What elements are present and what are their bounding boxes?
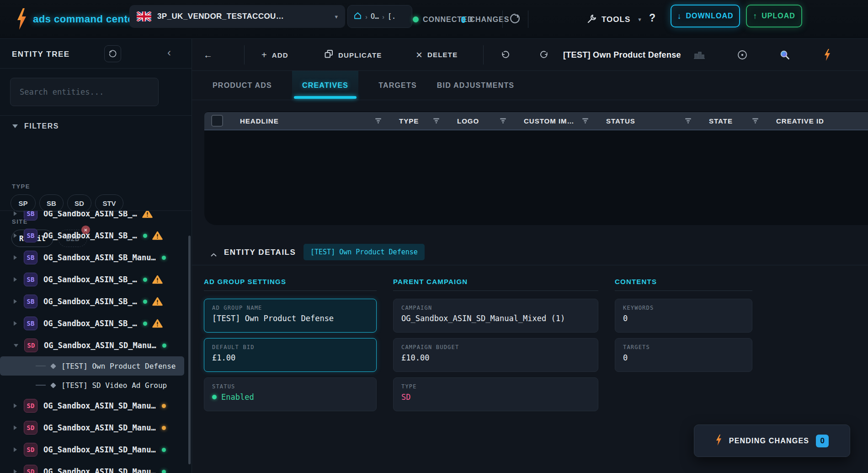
tree-row-campaign[interactable]: SB OG_Sandbox_ASIN_SB_… bbox=[0, 290, 192, 312]
plus-icon: + bbox=[261, 49, 267, 60]
help-button[interactable]: ? bbox=[649, 12, 655, 24]
filter-icon[interactable] bbox=[582, 118, 589, 124]
tab-bid-adjustments[interactable]: BID ADJUSTMENTS bbox=[437, 71, 514, 100]
campaign-type-badge: SB bbox=[24, 317, 37, 330]
field-value: [TEST] Own Product Defense bbox=[212, 314, 368, 323]
sidebar-collapse-icon[interactable]: ‹ bbox=[167, 46, 171, 59]
home-icon[interactable] bbox=[353, 11, 362, 22]
caret-right-icon[interactable] bbox=[14, 447, 17, 452]
filter-chip-stv[interactable]: STV bbox=[95, 194, 123, 212]
filters-header[interactable]: FILTERS bbox=[12, 122, 59, 130]
add-button[interactable]: + ADD bbox=[261, 49, 288, 60]
upload-button[interactable]: ↑ UPLOAD bbox=[746, 5, 802, 27]
caret-right-icon[interactable] bbox=[14, 277, 17, 282]
breadcrumb-item[interactable]: [. bbox=[388, 12, 396, 21]
filter-chip-sp[interactable]: SP bbox=[11, 194, 36, 212]
enabled-dot-icon bbox=[162, 470, 166, 473]
column-header: TYPE bbox=[399, 117, 419, 125]
keywords-field[interactable]: KEYWORDS 0 bbox=[615, 299, 752, 333]
field-label: TYPE bbox=[401, 383, 590, 390]
tree-row-campaign[interactable]: SD OG_Sandbox_ASIN_SD_Manu… bbox=[0, 461, 192, 473]
pending-changes-pill[interactable]: PENDING CHANGES 0 bbox=[694, 425, 850, 457]
paused-dot-icon bbox=[162, 404, 166, 408]
caret-right-icon[interactable] bbox=[14, 425, 17, 430]
filter-icon[interactable] bbox=[433, 118, 440, 124]
collapse-chevron-icon[interactable] bbox=[210, 251, 217, 259]
chevron-right-icon: › bbox=[382, 13, 384, 21]
caret-right-icon[interactable] bbox=[14, 403, 17, 408]
status-field[interactable]: STATUS Enabled bbox=[204, 377, 377, 411]
download-button[interactable]: ↓ DOWNLOAD bbox=[671, 5, 740, 27]
tree-row-campaign[interactable]: SD OG_Sandbox_ASIN_SD_Manu… bbox=[0, 439, 192, 461]
portfolio-icon[interactable] bbox=[694, 50, 705, 59]
search-entity-icon[interactable] bbox=[779, 49, 790, 60]
caret-right-icon[interactable] bbox=[14, 469, 17, 473]
tree-row-campaign[interactable]: SB OG_Sandbox_ASIN_SB_… bbox=[0, 225, 192, 247]
ad-group-name-field[interactable]: AD GROUP NAME [TEST] Own Product Defense bbox=[204, 299, 377, 333]
top-bar: ads command center 3P_UK_VENDOR_TESTACCO… bbox=[0, 0, 868, 39]
filter-chip-sd[interactable]: SD bbox=[67, 194, 91, 212]
divider bbox=[483, 45, 484, 64]
default-bid-field[interactable]: DEFAULT BID £1.00 bbox=[204, 338, 377, 372]
campaign-type-badge: SD bbox=[24, 443, 37, 457]
caret-down-icon[interactable] bbox=[14, 344, 18, 347]
target-icon[interactable] bbox=[737, 49, 748, 60]
tree-reset-button[interactable] bbox=[104, 45, 121, 62]
creatives-table: HEADLINE TYPE LOGO CUSTOM IM… STATUS STA… bbox=[204, 111, 868, 225]
undo-button[interactable] bbox=[499, 50, 509, 59]
filter-icon[interactable] bbox=[752, 118, 759, 124]
enabled-dot-icon bbox=[162, 448, 166, 452]
field-label: CAMPAIGN BUDGET bbox=[401, 344, 590, 350]
tools-menu[interactable]: TOOLS ▾ bbox=[586, 0, 641, 39]
duplicate-button[interactable]: DUPLICATE bbox=[325, 49, 382, 60]
redo-icon bbox=[540, 50, 550, 59]
tree-row-label: OG_Sandbox_ASIN_SD_Manu… bbox=[43, 401, 156, 410]
redo-button[interactable] bbox=[540, 50, 550, 59]
tree-row-campaign[interactable]: SD OG_Sandbox_ASIN_SD_Manu… bbox=[0, 395, 192, 417]
delete-button[interactable]: × DELETE bbox=[416, 48, 458, 61]
tab-product-ads[interactable]: PRODUCT ADS bbox=[213, 71, 272, 100]
tree-row-adgroup-selected[interactable]: [TEST] Own Product Defense bbox=[0, 356, 184, 376]
tree-row-label: OG_Sandbox_ASIN_SB_… bbox=[43, 319, 137, 328]
select-all-checkbox[interactable] bbox=[211, 115, 223, 127]
refresh-icon[interactable] bbox=[507, 12, 520, 27]
sidebar-scrollbar[interactable] bbox=[188, 236, 191, 464]
targets-field[interactable]: TARGETS 0 bbox=[615, 338, 752, 372]
back-button[interactable]: ← bbox=[203, 49, 213, 60]
tree-row-campaign-expanded[interactable]: SD OG_Sandbox_ASIN_SD_Manu… bbox=[0, 334, 192, 356]
tree-row-campaign[interactable]: SB OG_Sandbox_ASIN_SB_Manu… bbox=[0, 247, 192, 269]
column-header: LOGO bbox=[457, 117, 479, 125]
tree-row-campaign[interactable]: SB OG_Sandbox_ASIN_SB_… bbox=[0, 312, 192, 334]
caret-right-icon[interactable] bbox=[14, 255, 17, 260]
breadcrumb-item[interactable]: O… bbox=[371, 12, 379, 21]
campaign-budget-field[interactable]: CAMPAIGN BUDGET £10.00 bbox=[393, 338, 598, 372]
tab-creatives[interactable]: CREATIVES bbox=[292, 71, 358, 100]
caret-right-icon[interactable] bbox=[14, 211, 17, 216]
breadcrumb[interactable]: › O… › [. bbox=[347, 5, 412, 28]
search-input[interactable] bbox=[10, 78, 159, 106]
bolt-icon[interactable] bbox=[824, 48, 831, 61]
filter-chip-sb[interactable]: SB bbox=[39, 194, 64, 212]
tree-row-campaign[interactable]: SB OG_Sandbox_ASIN_SB_… bbox=[0, 211, 192, 225]
tree-row-adgroup[interactable]: [TEST] SD Video Ad Group bbox=[0, 376, 192, 395]
tab-targets[interactable]: TARGETS bbox=[378, 71, 417, 100]
filter-icon[interactable] bbox=[685, 118, 692, 124]
caret-right-icon[interactable] bbox=[14, 233, 17, 238]
filter-icon[interactable] bbox=[500, 118, 506, 124]
filter-icon[interactable] bbox=[375, 118, 382, 124]
campaign-type-badge: SB bbox=[24, 211, 37, 220]
campaign-field[interactable]: CAMPAIGN OG_Sandbox_ASIN_SD_Manual_Mixed… bbox=[393, 299, 598, 333]
warning-icon bbox=[152, 275, 163, 284]
caret-right-icon[interactable] bbox=[14, 321, 17, 326]
duplicate-label: DUPLICATE bbox=[338, 51, 382, 59]
account-selector[interactable]: 3P_UK_VENDOR_TESTACCOU… ▾ bbox=[129, 5, 345, 28]
back-arrow-icon: ← bbox=[203, 49, 213, 60]
enabled-dot-icon bbox=[212, 395, 217, 399]
tree-row-campaign[interactable]: SD OG_Sandbox_ASIN_SD_Manu… bbox=[0, 417, 192, 439]
column-header: STATE bbox=[709, 117, 733, 125]
caret-right-icon[interactable] bbox=[14, 299, 17, 304]
tree-row-campaign[interactable]: SB OG_Sandbox_ASIN_SB_… bbox=[0, 269, 192, 290]
table-header: HEADLINE TYPE LOGO CUSTOM IM… STATUS STA… bbox=[204, 112, 868, 130]
divider bbox=[192, 265, 868, 265]
campaign-type-field[interactable]: TYPE SD bbox=[393, 377, 598, 411]
